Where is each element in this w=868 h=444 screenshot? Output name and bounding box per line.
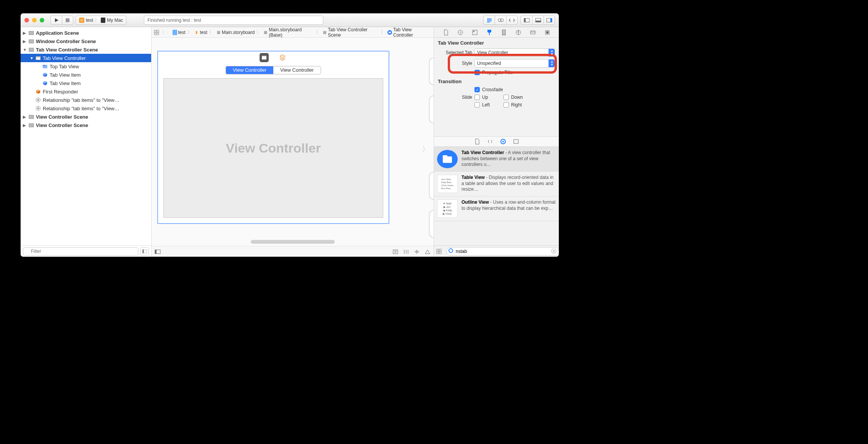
scheme-selector[interactable]: A test 〉 My Mac xyxy=(76,16,126,25)
disclosure-triangle[interactable]: ▼ xyxy=(23,48,27,52)
svg-point-46 xyxy=(502,141,504,142)
tree-row-label: Tab View Controller Scene xyxy=(36,47,98,53)
svg-rect-34 xyxy=(393,250,398,254)
first-responder-icon[interactable] xyxy=(278,53,287,62)
object-library-list[interactable]: Tab View Controller - A view controller … xyxy=(434,147,559,245)
run-stop-group xyxy=(50,16,73,25)
navigator-layout-toggle[interactable] xyxy=(140,247,149,256)
library-item-text: Table View - Displays record-oriented da… xyxy=(461,175,556,193)
svg-rect-31 xyxy=(262,56,266,56)
svg-rect-0 xyxy=(66,18,69,22)
help-inspector-tab[interactable]: ? xyxy=(457,30,464,35)
selected-tab-select[interactable]: View Controller ▲▼ xyxy=(474,48,555,57)
identity-inspector-tab[interactable] xyxy=(471,30,478,35)
library-item[interactable]: Tab View Controller - A view controller … xyxy=(434,147,559,172)
bindings-inspector-tab[interactable] xyxy=(529,30,536,35)
outline-toggle-button[interactable] xyxy=(155,249,161,254)
tree-row[interactable]: ▶Window Controller Scene xyxy=(21,37,151,45)
activity-viewer: Finished running test : test xyxy=(144,16,323,25)
slide-down-checkbox[interactable] xyxy=(503,95,509,100)
horizontal-scrollbar[interactable] xyxy=(251,240,335,244)
assistant-editor-button[interactable] xyxy=(495,16,506,25)
svg-rect-20 xyxy=(29,115,34,119)
resolve-icon[interactable] xyxy=(424,249,431,254)
storyboard-canvas[interactable]: View Controller View Controller View Con… xyxy=(152,27,434,257)
tree-row[interactable]: Top Tab View xyxy=(21,62,151,71)
file-inspector-tab[interactable] xyxy=(442,29,449,35)
attributes-inspector-tab[interactable] xyxy=(486,29,493,35)
toggle-navigator-button[interactable] xyxy=(521,16,532,25)
disclosure-triangle[interactable]: ▶ xyxy=(23,39,27,43)
style-select[interactable]: Unspecified ▲▼ xyxy=(474,59,555,68)
zoom-window-button[interactable] xyxy=(40,18,44,23)
object-library-tab[interactable] xyxy=(500,139,506,144)
library-filter-bar: ⓧ xyxy=(434,245,559,257)
embed-icon[interactable] xyxy=(392,249,399,254)
crossfade-checkbox[interactable] xyxy=(474,87,480,92)
tree-row[interactable]: Tab View Item xyxy=(21,79,151,87)
tab-active[interactable]: View Controller xyxy=(226,66,273,74)
navigator-filter-input[interactable] xyxy=(23,247,138,256)
scene-icon xyxy=(28,122,34,128)
adjacent-scenes-peek: 〉 xyxy=(425,58,434,218)
tree-row[interactable]: ▼Tab View Controller xyxy=(21,54,151,62)
tree-row[interactable]: ▶View Controller Scene xyxy=(21,113,151,121)
scene-icon xyxy=(28,30,34,35)
disclosure-triangle[interactable]: ▶ xyxy=(23,123,27,127)
tree-row[interactable]: ▶Application Scene xyxy=(21,29,151,37)
svg-rect-13 xyxy=(36,56,40,58)
slide-right-checkbox[interactable] xyxy=(503,102,509,108)
close-window-button[interactable] xyxy=(24,18,29,23)
minimize-window-button[interactable] xyxy=(32,18,37,23)
crossfade-label: Crossfade xyxy=(482,87,503,92)
tree-row[interactable]: Relationship "tab items" to "View… xyxy=(21,104,151,113)
scene-icon xyxy=(28,114,34,119)
tree-row-label: Tab View Controller xyxy=(43,55,86,61)
disclosure-triangle[interactable]: ▼ xyxy=(30,56,34,60)
toggle-utilities-button[interactable] xyxy=(544,16,555,25)
media-library-tab[interactable] xyxy=(513,139,519,144)
library-view-toggle[interactable] xyxy=(436,249,444,254)
disclosure-triangle[interactable]: ▶ xyxy=(23,115,27,119)
run-button[interactable] xyxy=(50,16,62,25)
library-item-icon: ▼ Matt ▶ Jon ▶ Kelly▶ Chris xyxy=(437,199,458,218)
toggle-debug-button[interactable] xyxy=(532,16,544,25)
tab-inactive[interactable]: View Controller xyxy=(273,66,321,74)
svg-rect-10 xyxy=(29,40,34,43)
document-outline-tree[interactable]: ▶Application Scene▶Window Controller Sce… xyxy=(21,27,151,245)
library-filter-input[interactable] xyxy=(446,247,559,256)
view-controller-icon[interactable] xyxy=(260,53,269,62)
pin-icon[interactable] xyxy=(414,249,420,254)
stop-button[interactable] xyxy=(62,16,73,25)
standard-editor-button[interactable] xyxy=(483,16,495,25)
align-icon[interactable] xyxy=(403,249,409,254)
tree-row[interactable]: ▶View Controller Scene xyxy=(21,121,151,129)
titlebar: A test 〉 My Mac Finished running test : … xyxy=(21,13,559,27)
inspector-panel: ? Tab View Controller Selected Tab View … xyxy=(434,27,559,257)
tree-row[interactable]: First Responder xyxy=(21,87,151,96)
file-template-tab[interactable] xyxy=(474,138,480,145)
tree-row[interactable]: ▼Tab View Controller Scene xyxy=(21,45,151,54)
device-name: My Mac xyxy=(107,18,123,23)
tree-row[interactable]: Relationship "tab items" to "View… xyxy=(21,96,151,104)
slide-up-checkbox[interactable] xyxy=(474,95,480,100)
tab-segment-control[interactable]: View Controller View Controller xyxy=(226,66,321,74)
scene-view-controller[interactable]: View Controller View Controller View Con… xyxy=(157,51,389,224)
connections-inspector-tab[interactable] xyxy=(515,30,522,35)
tree-row[interactable]: Tab View Item xyxy=(21,71,151,79)
scheme-name: test xyxy=(86,18,93,23)
disclosure-triangle[interactable]: ▶ xyxy=(23,31,27,35)
size-inspector-tab[interactable] xyxy=(500,29,507,35)
library-item-text: Outline View - Uses a row-and-column for… xyxy=(461,199,556,218)
library-item[interactable]: Jon ClearKelly BlueChris GreenRon PinkTa… xyxy=(434,172,559,196)
effects-inspector-tab[interactable] xyxy=(544,30,551,35)
propagate-checkbox[interactable] xyxy=(474,70,480,75)
version-editor-button[interactable] xyxy=(506,16,518,25)
tabview-icon xyxy=(42,64,48,69)
slide-left-checkbox[interactable] xyxy=(474,102,480,108)
clear-filter-button[interactable]: ⓧ xyxy=(551,248,557,255)
slide-row-2: Left Right xyxy=(434,101,559,109)
code-snippet-tab[interactable] xyxy=(487,139,493,144)
svg-rect-51 xyxy=(439,249,441,251)
library-item[interactable]: ▼ Matt ▶ Jon ▶ Kelly▶ ChrisOutline View … xyxy=(434,196,559,221)
